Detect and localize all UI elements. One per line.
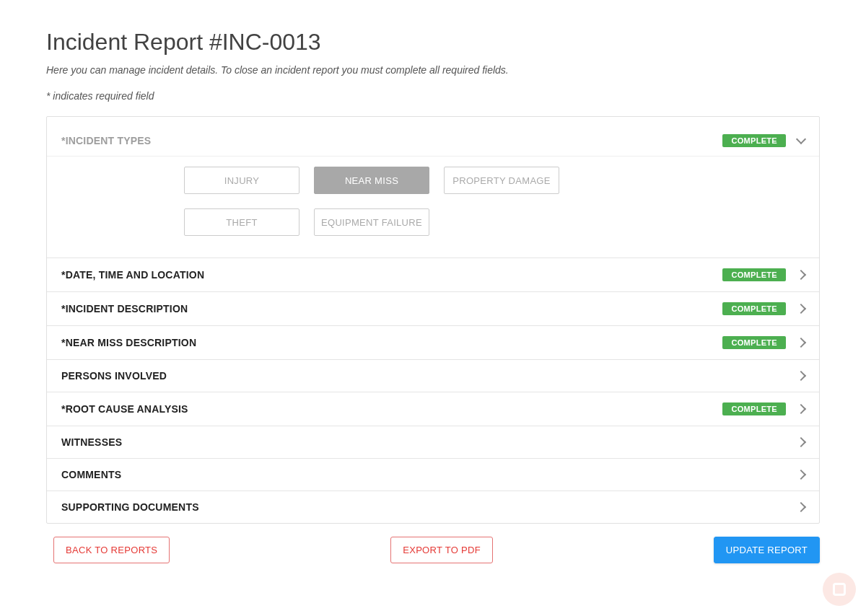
section: PERSONS INVOLVED <box>47 360 819 392</box>
section-header[interactable]: SUPPORTING DOCUMENTS <box>47 491 819 523</box>
footer-actions: BACK TO REPORTS EXPORT TO PDF UPDATE REP… <box>46 537 820 563</box>
chevron-right-icon <box>796 338 806 348</box>
incident-type-option[interactable]: INJURY <box>184 167 299 194</box>
section-header-right: COMPLETE <box>722 268 805 281</box>
section-header-right <box>797 503 805 511</box>
status-badge: COMPLETE <box>722 336 786 349</box>
section-header[interactable]: PERSONS INVOLVED <box>47 360 819 392</box>
incident-type-option[interactable]: EQUIPMENT FAILURE <box>314 208 429 236</box>
status-badge: COMPLETE <box>722 302 786 315</box>
status-badge: COMPLETE <box>722 134 786 147</box>
section-header[interactable]: *NEAR MISS DESCRIPTIONCOMPLETE <box>47 326 819 359</box>
section-title: *INCIDENT TYPES <box>61 135 151 146</box>
section: COMMENTS <box>47 459 819 491</box>
section: *DATE, TIME AND LOCATIONCOMPLETE <box>47 258 819 292</box>
required-field-note: * indicates required field <box>46 90 820 102</box>
section-header[interactable]: *ROOT CAUSE ANALYSISCOMPLETE <box>47 392 819 426</box>
section: SUPPORTING DOCUMENTS <box>47 491 819 523</box>
page-title: Incident Report #INC-0013 <box>46 29 820 56</box>
status-badge: COMPLETE <box>722 402 786 415</box>
section-title: *INCIDENT DESCRIPTION <box>61 303 188 314</box>
section-header-right: COMPLETE <box>722 302 805 315</box>
chevron-down-icon <box>796 134 806 144</box>
chevron-right-icon <box>796 304 806 314</box>
section-header[interactable]: COMMENTS <box>47 459 819 490</box>
section-header[interactable]: *DATE, TIME AND LOCATIONCOMPLETE <box>47 258 819 291</box>
section-title: *ROOT CAUSE ANALYSIS <box>61 403 188 415</box>
section-header-incident-types[interactable]: *INCIDENT TYPES COMPLETE <box>47 117 819 156</box>
section-header[interactable]: WITNESSES <box>47 426 819 458</box>
section-title: *DATE, TIME AND LOCATION <box>61 269 204 281</box>
section: *INCIDENT DESCRIPTIONCOMPLETE <box>47 292 819 326</box>
section-header-right <box>797 372 805 379</box>
page-subtitle: Here you can manage incident details. To… <box>46 64 820 76</box>
incident-type-option[interactable]: THEFT <box>184 208 299 236</box>
incident-type-option[interactable]: PROPERTY DAMAGE <box>444 167 559 194</box>
help-fab[interactable] <box>823 573 856 592</box>
section-header-right: COMPLETE <box>722 336 805 349</box>
section-header[interactable]: *INCIDENT DESCRIPTIONCOMPLETE <box>47 292 819 325</box>
section-incident-types: *INCIDENT TYPES COMPLETE INJURYNEAR MISS… <box>47 117 819 258</box>
incident-type-grid: INJURYNEAR MISSPROPERTY DAMAGETHEFTEQUIP… <box>61 167 805 236</box>
section: WITNESSES <box>47 426 819 459</box>
back-to-reports-button[interactable]: BACK TO REPORTS <box>53 537 170 563</box>
chevron-right-icon <box>796 502 806 512</box>
section-header-right <box>797 471 805 478</box>
incident-types-body: INJURYNEAR MISSPROPERTY DAMAGETHEFTEQUIP… <box>47 156 819 258</box>
incident-type-option[interactable]: NEAR MISS <box>314 167 429 194</box>
update-report-button[interactable]: UPDATE REPORT <box>714 537 820 563</box>
chevron-right-icon <box>796 371 806 381</box>
section-title: PERSONS INVOLVED <box>61 370 167 382</box>
section-title: WITNESSES <box>61 436 122 448</box>
section: *ROOT CAUSE ANALYSISCOMPLETE <box>47 392 819 426</box>
chevron-right-icon <box>796 470 806 480</box>
status-badge: COMPLETE <box>722 268 786 281</box>
chevron-right-icon <box>796 404 806 414</box>
export-to-pdf-button[interactable]: EXPORT TO PDF <box>390 537 493 563</box>
section-header-right: COMPLETE <box>722 134 805 147</box>
chat-icon <box>833 583 846 592</box>
chevron-right-icon <box>796 437 806 447</box>
incident-card: *INCIDENT TYPES COMPLETE INJURYNEAR MISS… <box>46 116 820 524</box>
section-title: SUPPORTING DOCUMENTS <box>61 501 199 513</box>
chevron-right-icon <box>796 270 806 280</box>
section-title: COMMENTS <box>61 469 121 480</box>
section: *NEAR MISS DESCRIPTIONCOMPLETE <box>47 326 819 360</box>
section-title: *NEAR MISS DESCRIPTION <box>61 337 196 348</box>
section-header-right <box>797 439 805 446</box>
section-header-right: COMPLETE <box>722 402 805 415</box>
